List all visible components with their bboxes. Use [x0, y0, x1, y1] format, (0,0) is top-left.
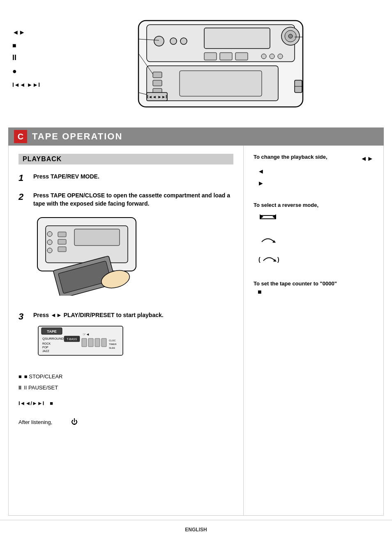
svg-point-5 [288, 34, 293, 38]
top-diagram: ◄► ■ II ● I◄◄ ►►I [0, 0, 392, 127]
change-playback-symbol-main: ◄► [360, 155, 374, 162]
subsection-playback: PLAYBACK [18, 154, 233, 164]
note-stop: ■ ■ STOP/CLEAR [18, 372, 233, 381]
svg-rect-52 [101, 338, 106, 347]
play-label: ◄► [12, 29, 40, 36]
step-1-number: 1 [18, 173, 28, 183]
svg-rect-2 [204, 28, 270, 49]
step-1-text: Press TAPE/REV MODE. [33, 173, 99, 181]
section-letter: C [14, 130, 27, 143]
rev-symbol-3: ( ) [258, 253, 374, 268]
svg-text:JAZZ: JAZZ [42, 350, 49, 352]
record-label: ● [12, 67, 40, 76]
language-label: ENGLISH [185, 527, 207, 533]
svg-rect-51 [95, 338, 100, 347]
svg-point-8 [180, 38, 187, 44]
svg-rect-50 [88, 338, 93, 347]
note-pause: II II PAUSE/SET [18, 383, 233, 392]
rev-symbol-2 [258, 234, 374, 249]
svg-point-35 [47, 248, 52, 253]
rev-symbol-1 [258, 211, 374, 225]
svg-text:QSURROUND: QSURROUND [42, 337, 64, 341]
svg-rect-11 [235, 53, 248, 60]
pause-label: II [12, 53, 40, 62]
svg-point-7 [170, 38, 177, 44]
svg-rect-49 [82, 338, 87, 347]
pause-label: II PAUSE/SET [24, 383, 58, 392]
svg-text:T-BASS: T-BASS [67, 338, 77, 341]
power-symbol: ⏻ [71, 416, 78, 428]
change-playback-section: To change the playback side, ◄► ◄ ► [254, 154, 374, 190]
change-playback-label: To change the playback side, [254, 154, 327, 160]
svg-rect-10 [220, 53, 232, 60]
skip-counter-symbol: ■ [50, 398, 53, 408]
after-listening-label: After listening, [18, 417, 52, 427]
svg-text:I◄◄ ►►I: I◄◄ ►►I [147, 95, 167, 99]
svg-text:(: ( [258, 256, 261, 263]
svg-rect-18 [153, 80, 162, 86]
pause-symbol: II [18, 383, 21, 392]
svg-text:☞◄: ☞◄ [83, 332, 90, 336]
svg-point-33 [47, 232, 52, 236]
svg-point-12 [261, 54, 266, 59]
bottom-notes: ■ ■ STOP/CLEAR II II PAUSE/SET I◄◄/►►I ■… [18, 372, 233, 428]
svg-text:SLEE: SLEE [109, 347, 115, 349]
main-content: PLAYBACK 1 Press TAPE/REV MODE. 2 Press … [8, 146, 384, 516]
stop-label: ■ [12, 42, 40, 49]
svg-text:POP: POP [42, 346, 48, 349]
reverse-mode-label: To select a reverse mode, [254, 202, 374, 208]
section-header: C TAPE OPERATION [8, 127, 384, 146]
after-listening: After listening, ⏻ [18, 416, 233, 428]
change-playback-symbols: ◄ ► [258, 166, 374, 190]
svg-text:TIMER: TIMER [109, 343, 117, 345]
stop-label: ■ STOP/CLEAR [24, 372, 63, 381]
svg-text:ROCK: ROCK [42, 342, 51, 345]
step-2-text: Press TAPE OPEN/CLOSE to open the casset… [33, 192, 233, 208]
left-labels: ◄► ■ II ● I◄◄ ►►I [12, 29, 40, 88]
svg-point-6 [154, 36, 164, 46]
step-3: 3 Press ◄► PLAY/DIR/PRESET to start play… [18, 311, 233, 364]
symbol-forward: ► [258, 178, 374, 190]
stop-symbol: ■ [18, 372, 22, 381]
reverse-symbols: ( ) [258, 211, 374, 268]
footer: ENGLISH [0, 520, 392, 539]
svg-rect-17 [153, 72, 162, 78]
right-column: To change the playback side, ◄► ◄ ► To s… [244, 146, 383, 515]
step-2-number: 2 [18, 192, 28, 202]
device-illustration: I◄◄ ►►I [114, 14, 311, 113]
display-illustration: TAPE QSURROUND T-BASS ROCK POP JAZZ [37, 325, 164, 358]
section-title: TAPE OPERATION [32, 131, 122, 142]
counter-section: To set the tape counter to "0000" ■ [254, 280, 374, 296]
reverse-mode-section: To select a reverse mode, [254, 202, 374, 268]
counter-symbol: ■ [258, 288, 262, 295]
svg-text:CLOC: CLOC [109, 339, 116, 342]
step-2: 2 Press TAPE OPEN/CLOSE to open the cass… [18, 192, 233, 303]
svg-rect-9 [204, 53, 217, 60]
symbol-back: ◄ [258, 166, 374, 178]
svg-rect-37 [58, 239, 66, 244]
svg-text:TAPE: TAPE [47, 329, 56, 334]
skip-label: I◄◄ ►►I [12, 81, 40, 88]
note-skip: I◄◄/►►I ■ [18, 398, 233, 408]
counter-label: To set the tape counter to "0000" [254, 280, 374, 287]
cassette-illustration [33, 213, 233, 297]
svg-text:): ) [277, 256, 279, 263]
svg-rect-36 [58, 232, 66, 237]
svg-point-13 [270, 54, 274, 59]
left-column: PLAYBACK 1 Press TAPE/REV MODE. 2 Press … [9, 146, 244, 515]
step-1: 1 Press TAPE/REV MODE. [18, 173, 233, 183]
step-3-text: Press ◄► PLAY/DIR/PRESET to start playba… [33, 311, 164, 320]
svg-point-14 [278, 54, 283, 59]
svg-rect-38 [58, 247, 66, 252]
step-3-number: 3 [18, 311, 28, 322]
skip-symbol: I◄◄/►►I [18, 398, 44, 408]
svg-rect-39 [74, 229, 120, 246]
svg-point-34 [47, 240, 52, 245]
svg-rect-16 [180, 71, 262, 96]
